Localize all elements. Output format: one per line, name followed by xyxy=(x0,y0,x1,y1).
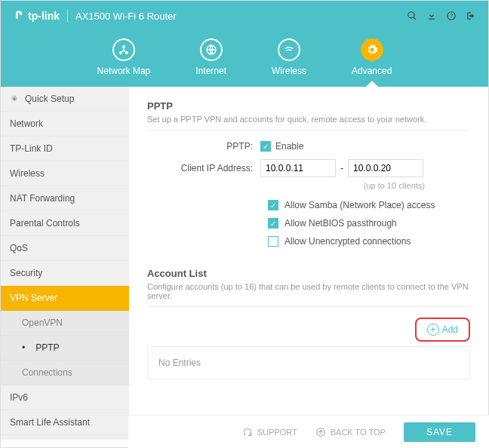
accounts-title: Account List xyxy=(147,268,470,279)
plus-icon: + xyxy=(427,324,439,336)
sidebar-label: Connections xyxy=(22,367,72,378)
footer: SUPPORT BACK TO TOP SAVE xyxy=(128,415,489,448)
sidebar-item-vpn-server[interactable]: VPN Server xyxy=(1,286,129,311)
sidebar-label: Smart Life Assistant xyxy=(10,417,90,428)
pptp-label: PPTP: xyxy=(147,141,260,152)
sidebar-item-onemesh[interactable]: OneMesh xyxy=(1,435,129,440)
sidebar-label: IPv6 xyxy=(10,392,28,403)
accounts-empty: No Entries xyxy=(147,346,470,379)
nav-network-map[interactable]: Network Map xyxy=(97,38,151,76)
netbios-checkbox[interactable]: ✓ xyxy=(268,218,278,229)
netbios-label: Allow NetBIOS passthrough xyxy=(284,218,397,229)
sidebar-item-openvpn[interactable]: OpenVPN xyxy=(1,311,129,336)
support-label: SUPPORT xyxy=(257,428,297,437)
ip-hint: (up to 10 clients) xyxy=(364,181,425,190)
svg-point-2 xyxy=(122,45,125,48)
nav-label: Wireless xyxy=(272,66,306,76)
back-to-top-label: BACK TO TOP xyxy=(331,428,386,437)
pptp-desc: Set up a PPTP VPN and accounts for quick… xyxy=(147,115,470,130)
content: PPTP Set up a PPTP VPN and accounts for … xyxy=(129,87,488,440)
nav-label: Advanced xyxy=(352,66,392,76)
sidebar: Quick Setup Network TP-Link ID Wireless … xyxy=(1,87,129,440)
logout-icon[interactable] xyxy=(466,11,476,21)
sidebar-item-tplink-id[interactable]: TP-Link ID xyxy=(1,137,129,161)
sidebar-label: Parental Controls xyxy=(10,218,80,229)
pptp-enable-checkbox[interactable]: ✓ xyxy=(260,141,271,152)
search-icon[interactable] xyxy=(407,11,417,21)
add-highlight: + Add xyxy=(415,318,470,342)
globe-icon xyxy=(205,44,217,56)
client-ip-label: Client IP Address: xyxy=(147,163,260,173)
logo: tp-link xyxy=(13,10,60,22)
brand: tp-link AX1500 Wi-Fi 6 Router xyxy=(13,9,177,23)
gear-icon xyxy=(366,44,378,56)
accounts-desc: Configure accounts (up to 16) that can b… xyxy=(147,282,470,307)
nav-advanced[interactable]: Advanced xyxy=(352,38,392,76)
unenc-label: Allow Unencrypted connections xyxy=(284,236,411,247)
sidebar-label: Security xyxy=(10,268,42,278)
pptp-title: PPTP xyxy=(147,100,470,112)
nav-internet[interactable]: Internet xyxy=(195,38,226,76)
add-account-button[interactable]: + Add xyxy=(421,321,464,339)
sidebar-label: PPTP xyxy=(35,342,59,353)
download-icon[interactable] xyxy=(426,11,437,21)
network-map-icon xyxy=(118,44,130,56)
sidebar-item-nat[interactable]: NAT Forwarding xyxy=(1,186,129,211)
sidebar-item-quick-setup[interactable]: Quick Setup xyxy=(1,87,129,112)
sidebar-item-pptp[interactable]: PPTP xyxy=(1,336,129,361)
sidebar-label: Network xyxy=(10,118,43,129)
logo-text: tp-link xyxy=(28,10,60,22)
samba-checkbox[interactable]: ✓ xyxy=(268,200,278,210)
sidebar-item-network[interactable]: Network xyxy=(1,112,129,137)
nav-label: Internet xyxy=(195,66,226,76)
save-button[interactable]: SAVE xyxy=(404,422,475,442)
save-label: SAVE xyxy=(426,427,453,437)
sidebar-label: NAT Forwarding xyxy=(10,193,75,204)
samba-label: Allow Samba (Network Place) access xyxy=(284,200,435,210)
unenc-checkbox[interactable] xyxy=(268,236,278,247)
nav-label: Network Map xyxy=(97,66,151,76)
ip-start-input[interactable] xyxy=(260,159,336,177)
sidebar-item-connections[interactable]: Connections xyxy=(1,361,129,385)
gear-icon xyxy=(10,94,19,103)
sidebar-item-smart[interactable]: Smart Life Assistant xyxy=(1,410,129,435)
tplink-logo-icon xyxy=(13,10,25,22)
headset-icon xyxy=(242,427,253,437)
svg-text:?: ? xyxy=(450,13,453,18)
sidebar-label: Wireless xyxy=(10,168,45,179)
main-nav: Network Map Internet Wireless Advanced xyxy=(1,31,488,87)
sidebar-item-security[interactable]: Security xyxy=(1,261,129,286)
support-link[interactable]: SUPPORT xyxy=(242,427,297,437)
arrow-up-icon xyxy=(315,427,326,437)
sidebar-label: TP-Link ID xyxy=(10,143,53,154)
sidebar-item-wireless[interactable]: Wireless xyxy=(1,161,129,186)
back-to-top-link[interactable]: BACK TO TOP xyxy=(315,427,386,437)
device-name: AX1500 Wi-Fi 6 Router xyxy=(75,11,177,22)
pptp-enable-label: Enable xyxy=(275,141,303,152)
add-label: Add xyxy=(442,324,458,335)
brand-divider xyxy=(67,9,68,23)
ip-range-dash: - xyxy=(340,163,343,173)
sidebar-item-ipv6[interactable]: IPv6 xyxy=(1,385,129,410)
ip-end-input[interactable] xyxy=(348,159,423,177)
sidebar-label: QoS xyxy=(10,243,28,253)
wifi-icon xyxy=(283,44,295,56)
sidebar-label: OpenVPN xyxy=(22,318,63,328)
help-icon[interactable]: ? xyxy=(446,11,457,21)
header-actions: ? xyxy=(407,11,476,21)
sidebar-item-qos[interactable]: QoS xyxy=(1,236,129,261)
sidebar-item-parental[interactable]: Parental Controls xyxy=(1,211,129,236)
nav-wireless[interactable]: Wireless xyxy=(272,38,306,76)
sidebar-label: VPN Server xyxy=(10,293,57,303)
sidebar-label: Quick Setup xyxy=(25,94,74,104)
